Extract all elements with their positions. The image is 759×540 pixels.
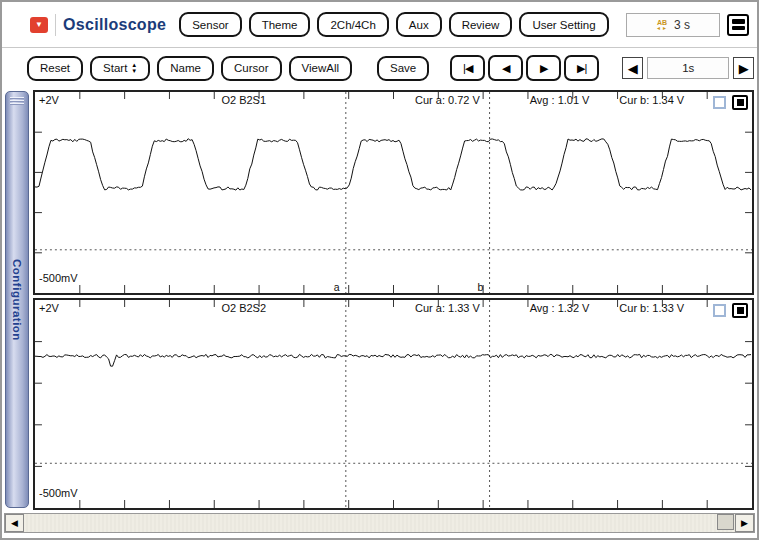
step-back-button[interactable]: ◀ xyxy=(488,55,523,81)
waveform-trace xyxy=(35,139,751,190)
scale-top-label: +2V xyxy=(39,94,59,106)
scroll-right-icon: ▶ xyxy=(741,518,748,528)
waveform-plot-ch2[interactable] xyxy=(35,300,752,508)
horizontal-scrollbar[interactable]: ◀ ▶ xyxy=(4,513,755,533)
channel-mode-button[interactable]: 2Ch/4Ch xyxy=(317,12,388,37)
skip-start-button[interactable]: |◀ xyxy=(450,55,485,81)
app-title: Oscilloscope xyxy=(63,16,166,34)
avg-readout: Avg : 1.01 V xyxy=(530,94,590,106)
configuration-tab[interactable]: Configuration xyxy=(5,91,29,508)
step-forward-button[interactable]: ▶ xyxy=(526,55,561,81)
channel-indicator-button[interactable] xyxy=(732,303,748,318)
solid-square-icon xyxy=(737,99,744,106)
channel-name-label: O2 B2S2 xyxy=(221,302,266,314)
menu-icon xyxy=(732,26,745,31)
cursor-a-readout: Cur a: 1.33 V xyxy=(415,302,480,314)
cursor-a-label: a xyxy=(334,281,340,293)
name-button[interactable]: Name xyxy=(157,56,214,81)
save-button[interactable]: Save xyxy=(377,56,429,81)
scroll-left-button[interactable]: ◀ xyxy=(5,514,24,532)
aux-button[interactable]: Aux xyxy=(396,12,442,37)
waveform-trace xyxy=(35,354,751,366)
channel-checkbox[interactable] xyxy=(713,304,726,317)
toolbar: Reset Start ▲ ▼ Name Cursor ViewAll Save… xyxy=(2,48,757,88)
cursor-ab-time-display[interactable]: AB ◄► 3 s xyxy=(626,13,721,37)
cursor-button[interactable]: Cursor xyxy=(221,56,282,81)
channel-indicator-button[interactable] xyxy=(732,95,748,110)
configuration-tab-label: Configuration xyxy=(11,259,23,341)
scroll-right-button[interactable]: ▶ xyxy=(735,514,754,532)
viewall-button[interactable]: ViewAll xyxy=(289,56,353,81)
scroll-left-icon: ◀ xyxy=(11,518,18,528)
page-right-icon: ▶ xyxy=(739,61,749,76)
dropdown-arrow-icon: ▼ xyxy=(35,21,43,29)
channel-1-panel: +2V O2 B2S1 Cur a: 0.72 V Avg : 1.01 V C… xyxy=(33,90,754,295)
time-interval-field[interactable]: 1s xyxy=(647,57,729,79)
skip-end-icon: ▶| xyxy=(577,62,586,75)
oscilloscope-window: ▼ Oscilloscope Sensor Theme 2Ch/4Ch Aux … xyxy=(0,0,759,540)
skip-start-icon: |◀ xyxy=(463,62,472,75)
scrollbar-thumb[interactable] xyxy=(717,514,734,530)
menu-icon xyxy=(732,19,745,24)
theme-button[interactable]: Theme xyxy=(249,12,311,37)
divider xyxy=(55,14,56,36)
channel-checkbox[interactable] xyxy=(713,96,726,109)
updown-spinner-icon[interactable]: ▲ ▼ xyxy=(131,62,137,74)
cursor-ab-time-value: 3 s xyxy=(674,18,690,32)
transport-controls: |◀ ◀ ▶ ▶| xyxy=(450,55,599,81)
sensor-button[interactable]: Sensor xyxy=(179,12,241,37)
review-button[interactable]: Review xyxy=(449,12,513,37)
step-forward-icon: ▶ xyxy=(540,62,547,75)
app-menu-button[interactable]: ▼ xyxy=(30,17,48,33)
cursor-ab-icon: AB ◄► xyxy=(656,19,668,31)
cursor-b-readout: Cur b: 1.34 V xyxy=(619,94,684,106)
scale-bottom-label: -500mV xyxy=(39,272,78,284)
solid-square-icon xyxy=(737,307,744,314)
menu-button[interactable] xyxy=(727,14,749,36)
user-setting-button[interactable]: User Setting xyxy=(519,12,608,37)
scale-top-label: +2V xyxy=(39,302,59,314)
skip-end-button[interactable]: ▶| xyxy=(564,55,599,81)
reset-button[interactable]: Reset xyxy=(27,56,83,81)
cursor-b-label: b xyxy=(478,281,484,293)
page-left-button[interactable]: ◀ xyxy=(622,57,643,79)
page-left-icon: ◀ xyxy=(628,61,638,76)
grip-lines xyxy=(10,97,24,106)
scale-bottom-label: -500mV xyxy=(39,487,78,499)
cursor-a-readout: Cur a: 0.72 V xyxy=(415,94,480,106)
title-bar: ▼ Oscilloscope Sensor Theme 2Ch/4Ch Aux … xyxy=(2,2,757,48)
avg-readout: Avg : 1.32 V xyxy=(530,302,590,314)
step-back-icon: ◀ xyxy=(502,62,509,75)
channel-2-panel: +2V O2 B2S2 Cur a: 1.33 V Avg : 1.32 V C… xyxy=(33,298,754,510)
page-right-button[interactable]: ▶ xyxy=(733,57,754,79)
waveform-plot-ch1[interactable] xyxy=(35,92,752,293)
scrollbar-track[interactable] xyxy=(24,514,735,532)
start-button[interactable]: Start ▲ ▼ xyxy=(90,56,150,81)
time-page-control: ◀ 1s ▶ xyxy=(622,57,754,79)
channel-name-label: O2 B2S1 xyxy=(221,94,266,106)
cursor-b-readout: Cur b: 1.33 V xyxy=(619,302,684,314)
